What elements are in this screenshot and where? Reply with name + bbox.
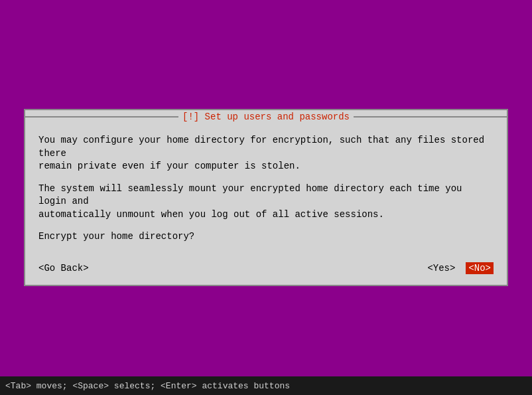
- paragraph-1: You may configure your home directory fo…: [38, 134, 494, 173]
- dialog-content: You may configure your home directory fo…: [25, 123, 507, 254]
- confirm-buttons: <Yes> <No>: [427, 262, 494, 274]
- header-line-right: [354, 116, 507, 118]
- paragraph-2: The system will seamlessly mount your en…: [38, 183, 494, 222]
- no-button[interactable]: <No>: [466, 262, 494, 274]
- dialog-header: [!] Set up users and passwords: [25, 110, 507, 123]
- bottom-bar: <Tab> moves; <Space> selects; <Enter> ac…: [0, 376, 532, 395]
- go-back-button[interactable]: <Go Back>: [38, 263, 89, 274]
- header-line-left: [25, 116, 178, 118]
- dialog-box: [!] Set up users and passwords You may c…: [24, 109, 508, 286]
- bottom-bar-text: <Tab> moves; <Space> selects; <Enter> ac…: [5, 381, 290, 391]
- dialog-buttons: <Go Back> <Yes> <No>: [25, 254, 507, 285]
- paragraph-3: Encrypt your home directory?: [38, 230, 494, 244]
- dialog-title: [!] Set up users and passwords: [178, 112, 354, 122]
- yes-button[interactable]: <Yes>: [427, 263, 455, 274]
